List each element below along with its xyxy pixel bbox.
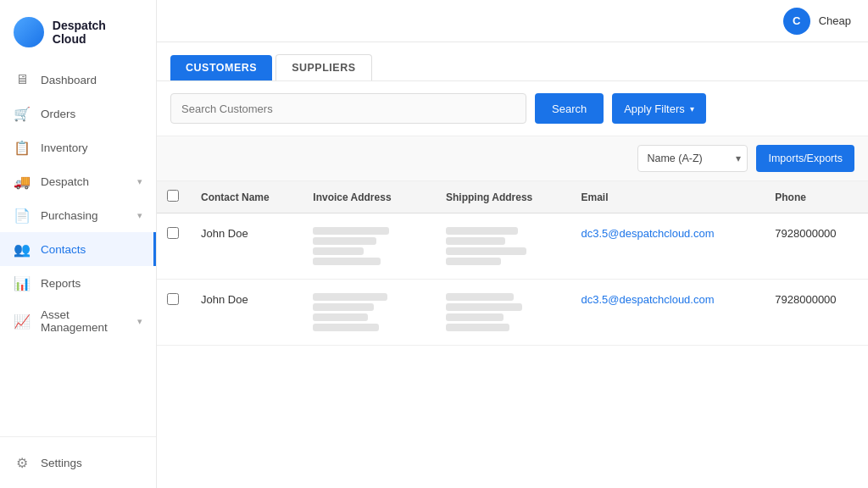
- sidebar-item-inventory[interactable]: 📋 Inventory: [0, 130, 156, 164]
- invoice-address-block: [313, 293, 426, 331]
- address-line: [313, 227, 389, 235]
- sidebar-item-contacts[interactable]: 👥 Contacts: [0, 232, 156, 266]
- address-line: [313, 293, 387, 301]
- sidebar-item-label: Purchasing: [41, 209, 127, 222]
- shipping-address-block: [446, 227, 561, 265]
- search-input[interactable]: [170, 93, 526, 124]
- sidebar-item-label: Despatch: [41, 175, 127, 188]
- sidebar-item-orders[interactable]: 🛒 Orders: [0, 97, 156, 130]
- sidebar-item-label: Settings: [41, 457, 142, 469]
- address-line: [446, 258, 501, 265]
- orders-icon: 🛒: [14, 105, 31, 122]
- table-row: John Doe: [157, 214, 868, 280]
- sidebar-item-asset-management[interactable]: 📈 Asset Management ▾: [0, 300, 156, 342]
- sidebar-bottom: ⚙ Settings: [0, 436, 156, 488]
- sidebar-item-label: Orders: [41, 108, 142, 120]
- tabs-bar: CUSTOMERS SUPPLIERS: [157, 42, 868, 81]
- select-all-checkbox[interactable]: [167, 190, 179, 202]
- column-invoice-address: Invoice Address: [303, 181, 436, 214]
- sidebar-item-label: Inventory: [41, 141, 142, 154]
- shipping-address-cell: [436, 280, 571, 346]
- email-cell: dc3.5@despatchcloud.com: [571, 214, 765, 280]
- dashboard-icon: 🖥: [14, 71, 31, 88]
- logo-icon: [14, 17, 44, 47]
- asset-management-icon: 📈: [14, 313, 31, 330]
- invoice-address-cell: [303, 214, 436, 280]
- purchasing-icon: 📄: [14, 207, 31, 224]
- row-checkbox-cell: [157, 280, 191, 346]
- column-checkbox: [157, 181, 191, 214]
- sidebar-nav: 🖥 Dashboard 🛒 Orders 📋 Inventory 🚚 Despa…: [0, 63, 156, 436]
- chevron-down-icon: ▾: [137, 176, 142, 187]
- sidebar-item-reports[interactable]: 📊 Reports: [0, 266, 156, 300]
- shipping-address-block: [446, 293, 561, 331]
- sort-wrapper: Name (A-Z): [637, 145, 748, 172]
- address-line: [446, 324, 509, 331]
- invoice-address-block: [313, 227, 426, 265]
- address-line: [313, 237, 376, 245]
- table-controls: Name (A-Z) Imports/Exports: [157, 136, 868, 180]
- sidebar-item-despatch[interactable]: 🚚 Despatch ▾: [0, 164, 156, 198]
- sidebar-item-label: Dashboard: [41, 74, 142, 86]
- table-row: John Doe: [157, 280, 868, 346]
- main-content: C Cheap CUSTOMERS SUPPLIERS Search Apply…: [157, 0, 868, 488]
- sidebar-logo: Despatch Cloud: [0, 8, 156, 63]
- address-line: [313, 258, 381, 265]
- address-line: [446, 293, 514, 301]
- phone-cell: 7928000000: [765, 280, 868, 346]
- column-contact-name: Contact Name: [191, 181, 303, 214]
- filter-label: Apply Filters: [624, 103, 685, 115]
- contact-name-cell: John Doe: [191, 280, 303, 346]
- contacts-icon: 👥: [14, 241, 31, 258]
- email-cell: dc3.5@despatchcloud.com: [571, 280, 765, 346]
- chevron-down-icon: ▾: [137, 210, 142, 221]
- user-name: Cheap: [819, 14, 851, 27]
- email-link[interactable]: dc3.5@despatchcloud.com: [581, 293, 715, 306]
- column-email: Email: [571, 181, 765, 214]
- tab-customers[interactable]: CUSTOMERS: [170, 55, 272, 80]
- address-line: [313, 313, 368, 321]
- row-checkbox[interactable]: [167, 227, 179, 239]
- sidebar-item-label: Reports: [41, 277, 142, 290]
- column-phone: Phone: [765, 181, 868, 214]
- content-area: CUSTOMERS SUPPLIERS Search Apply Filters…: [157, 42, 868, 488]
- address-line: [446, 303, 522, 311]
- column-shipping-address: Shipping Address: [436, 181, 571, 214]
- chevron-down-icon: ▾: [137, 316, 142, 327]
- content-inner: CUSTOMERS SUPPLIERS Search Apply Filters…: [157, 42, 868, 488]
- topbar: C Cheap: [157, 0, 868, 42]
- sort-select[interactable]: Name (A-Z): [637, 145, 748, 172]
- phone-cell: 7928000000: [765, 214, 868, 280]
- avatar: C: [783, 8, 810, 35]
- sidebar-item-dashboard[interactable]: 🖥 Dashboard: [0, 63, 156, 97]
- apply-filters-button[interactable]: Apply Filters ▾: [612, 93, 706, 124]
- address-line: [446, 237, 505, 245]
- contact-name-cell: John Doe: [191, 214, 303, 280]
- tab-suppliers[interactable]: SUPPLIERS: [275, 54, 371, 80]
- row-checkbox[interactable]: [167, 293, 179, 305]
- settings-icon: ⚙: [14, 454, 31, 471]
- address-line: [446, 313, 504, 321]
- logo-text: Despatch Cloud: [53, 19, 142, 46]
- row-checkbox-cell: [157, 214, 191, 280]
- sidebar-item-label: Asset Management: [41, 308, 127, 334]
- address-line: [313, 324, 379, 331]
- sidebar-item-settings[interactable]: ⚙ Settings: [0, 446, 156, 480]
- despatch-icon: 🚚: [14, 173, 31, 190]
- sidebar-item-purchasing[interactable]: 📄 Purchasing ▾: [0, 198, 156, 232]
- chevron-down-icon: ▾: [690, 104, 694, 114]
- search-bar: Search Apply Filters ▾: [157, 81, 868, 136]
- sidebar-item-label: Contacts: [41, 243, 140, 256]
- imports-exports-button[interactable]: Imports/Exports: [756, 145, 854, 172]
- reports-icon: 📊: [14, 274, 31, 291]
- email-link[interactable]: dc3.5@despatchcloud.com: [581, 227, 715, 240]
- sidebar: Despatch Cloud 🖥 Dashboard 🛒 Orders 📋 In…: [0, 0, 157, 488]
- address-line: [313, 247, 364, 255]
- shipping-address-cell: [436, 214, 571, 280]
- address-line: [446, 227, 518, 235]
- inventory-icon: 📋: [14, 139, 31, 156]
- search-button[interactable]: Search: [535, 93, 604, 124]
- invoice-address-cell: [303, 280, 436, 346]
- address-line: [446, 247, 526, 255]
- contacts-table: Contact Name Invoice Address Shipping Ad…: [157, 180, 868, 346]
